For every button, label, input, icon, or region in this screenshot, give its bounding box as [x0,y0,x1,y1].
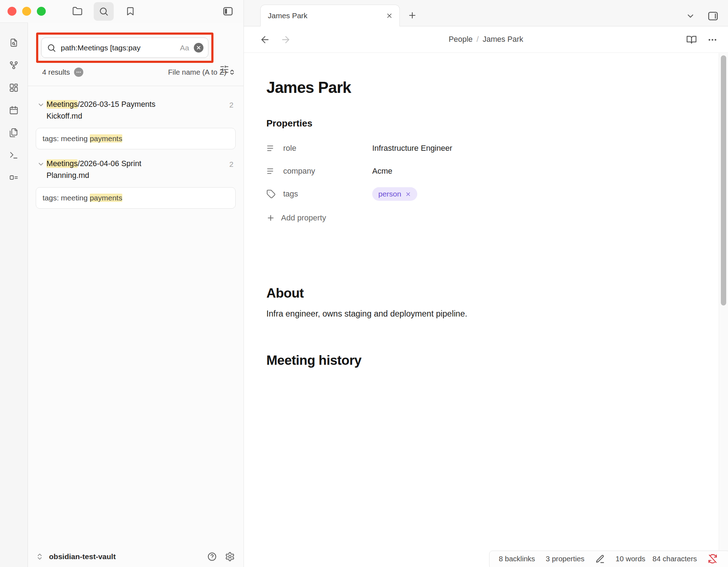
property-key[interactable]: company [266,166,372,176]
reading-mode-book-icon[interactable] [686,34,697,45]
tab-bar: James Park [244,0,728,26]
property-row-tags[interactable]: tags person [266,183,699,205]
tag-icon [266,189,276,199]
property-key[interactable]: role [266,144,372,153]
annotation-highlight-box: path:Meetings [tags:pay Aa [36,33,213,63]
search-tab-button[interactable] [94,2,114,21]
ribbon [0,23,28,567]
search-icon [99,6,109,16]
zoom-window-button[interactable] [37,7,46,16]
plus-icon [266,214,275,222]
minimize-window-button[interactable] [22,7,31,16]
match-count-badge: 2 [229,158,233,170]
tab-title: James Park [268,11,386,20]
left-sidebar: path:Meetings [tags:pay Aa 4 results [0,0,244,567]
close-window-button[interactable] [8,7,16,16]
search-match[interactable]: tags: meeting payments [36,187,236,209]
text-property-icon [266,166,276,176]
macos-traffic-lights [0,7,46,16]
close-tab-icon[interactable] [386,12,393,19]
clear-search-button[interactable] [194,43,203,53]
search-settings-sliders-icon[interactable] [220,65,229,74]
properties-heading: Properties [266,118,699,129]
add-property-button[interactable]: Add property [266,213,699,223]
calendar-icon[interactable] [9,105,19,115]
search-match[interactable]: tags: meeting payments [36,128,236,149]
expand-right-sidebar-button[interactable] [707,10,719,22]
vault-name[interactable]: obsidian-test-vault [49,552,116,561]
canvas-dashboard-icon[interactable] [9,83,19,93]
search-result[interactable]: Meetings/2026-03-15 Payments Kickoff.md … [36,99,236,149]
properties-table: role Infrastructure Engineer company Acm… [266,137,699,205]
search-panel: path:Meetings [tags:pay Aa 4 results [28,23,244,567]
text-property-icon [266,144,276,153]
tab-list-chevron-icon[interactable] [686,11,695,21]
file-search-icon[interactable] [9,38,19,48]
files-tab-button[interactable] [67,2,87,21]
about-heading: About [266,285,699,301]
layout-list-icon[interactable] [9,173,19,183]
settings-gear-icon[interactable] [225,552,235,562]
property-row-role[interactable]: role Infrastructure Engineer [266,137,699,160]
search-result[interactable]: Meetings/2026-04-06 Sprint Planning.md 2… [36,158,236,209]
about-text: Infra engineer, owns staging and deploym… [266,308,699,320]
note-title[interactable]: James Park [266,79,699,96]
edit-mode-pencil-icon[interactable] [595,554,605,564]
tag-pill-person[interactable]: person [372,187,417,201]
sidebar-titlebar [0,0,244,23]
search-query-text[interactable]: path:Meetings [tags:pay [61,44,175,52]
meeting-history-heading: Meeting history [266,353,699,368]
breadcrumb-parent[interactable]: People [449,35,473,44]
search-icon [47,43,56,53]
match-count-badge: 2 [229,99,233,111]
result-file-title[interactable]: Meetings/2026-04-06 Sprint Planning.md 2 [36,158,236,181]
remove-tag-icon[interactable] [405,191,411,197]
chevron-down-icon[interactable] [37,101,45,109]
vertical-scrollbar[interactable] [719,53,728,567]
property-key[interactable]: tags [266,189,372,199]
main-pane: James Park [244,0,728,567]
sync-off-icon[interactable] [708,554,718,564]
chevron-down-icon[interactable] [37,160,45,168]
backlinks-count[interactable]: 8 backlinks [499,554,535,563]
obsidian-window: path:Meetings [tags:pay Aa 4 results [0,0,728,567]
graph-view-icon[interactable] [9,60,19,70]
more-options-icon[interactable] [708,35,717,45]
chevrons-up-down-icon [228,69,236,76]
property-value[interactable]: Infrastructure Engineer [372,144,452,153]
navigate-back-icon[interactable] [260,34,270,45]
help-icon[interactable] [207,552,217,562]
breadcrumb-current[interactable]: James Park [483,35,523,44]
folder-icon [72,6,83,16]
note-content[interactable]: James Park Properties role Infrastructur… [244,53,728,567]
scrollbar-thumb[interactable] [721,55,726,305]
navigate-forward-icon[interactable] [280,34,291,45]
search-input[interactable]: path:Meetings [tags:pay Aa [41,38,208,58]
character-count[interactable]: 84 characters [653,554,697,563]
property-row-company[interactable]: company Acme [266,160,699,183]
vault-switcher-row: obsidian-test-vault [28,546,244,567]
tab-james-park[interactable]: James Park [260,5,400,26]
status-bar: 8 backlinks 3 properties 10 words 84 cha… [489,551,728,567]
properties-count[interactable]: 3 properties [546,554,584,563]
match-case-toggle[interactable]: Aa [180,44,189,52]
breadcrumb: People / James Park [449,35,523,44]
vault-switcher-icon[interactable] [36,553,44,561]
templates-copy-icon[interactable] [9,128,19,138]
collapse-left-sidebar-button[interactable] [222,0,233,23]
bookmarks-tab-button[interactable] [120,2,140,21]
search-results-list: Meetings/2026-03-15 Payments Kickoff.md … [28,86,244,209]
results-count: 4 results [42,68,83,77]
word-count[interactable]: 10 words [616,554,645,563]
property-value[interactable]: Acme [372,166,392,176]
new-tab-button[interactable] [408,11,417,20]
panel-left-icon [222,6,233,17]
view-header: People / James Park [244,26,728,53]
bookmark-icon [126,6,135,16]
results-info-badge[interactable] [74,68,83,77]
terminal-icon[interactable] [9,150,19,160]
result-file-title[interactable]: Meetings/2026-03-15 Payments Kickoff.md … [36,99,236,122]
